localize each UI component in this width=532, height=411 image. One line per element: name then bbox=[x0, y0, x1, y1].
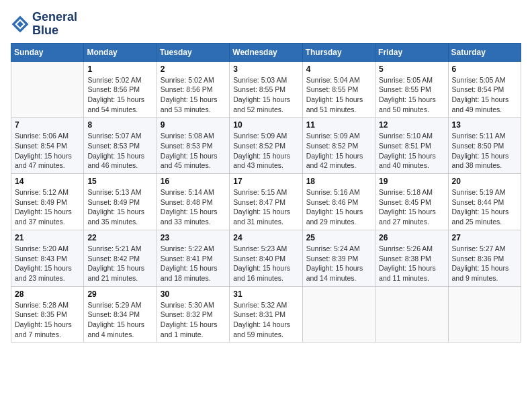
calendar-cell: 7Sunrise: 5:06 AM Sunset: 8:54 PM Daylig… bbox=[11, 118, 84, 174]
calendar-cell: 25Sunrise: 5:24 AM Sunset: 8:39 PM Dayli… bbox=[302, 230, 375, 286]
calendar-cell: 8Sunrise: 5:07 AM Sunset: 8:53 PM Daylig… bbox=[84, 118, 157, 174]
day-info: Sunrise: 5:24 AM Sunset: 8:39 PM Dayligh… bbox=[306, 244, 371, 283]
calendar-week-4: 21Sunrise: 5:20 AM Sunset: 8:43 PM Dayli… bbox=[11, 230, 521, 286]
day-header-thursday: Thursday bbox=[302, 43, 375, 61]
day-number: 10 bbox=[233, 120, 298, 130]
day-number: 7 bbox=[15, 120, 80, 130]
calendar-cell: 16Sunrise: 5:14 AM Sunset: 8:48 PM Dayli… bbox=[157, 174, 229, 230]
day-number: 18 bbox=[306, 177, 371, 186]
day-info: Sunrise: 5:18 AM Sunset: 8:45 PM Dayligh… bbox=[379, 187, 444, 227]
calendar-cell: 18Sunrise: 5:16 AM Sunset: 8:46 PM Dayli… bbox=[302, 174, 375, 230]
day-number: 2 bbox=[161, 64, 226, 74]
day-number: 30 bbox=[161, 289, 226, 299]
day-header-friday: Friday bbox=[375, 43, 448, 61]
calendar-cell: 24Sunrise: 5:23 AM Sunset: 8:40 PM Dayli… bbox=[230, 230, 302, 286]
day-header-sunday: Sunday bbox=[11, 43, 84, 61]
calendar-cell: 29Sunrise: 5:29 AM Sunset: 8:34 PM Dayli… bbox=[84, 286, 157, 342]
day-header-tuesday: Tuesday bbox=[157, 43, 229, 61]
day-number: 12 bbox=[379, 120, 444, 130]
day-number: 9 bbox=[161, 120, 226, 130]
calendar-cell: 30Sunrise: 5:30 AM Sunset: 8:32 PM Dayli… bbox=[157, 286, 229, 342]
day-number: 19 bbox=[379, 177, 444, 186]
day-info: Sunrise: 5:02 AM Sunset: 8:56 PM Dayligh… bbox=[161, 75, 226, 115]
calendar-cell: 27Sunrise: 5:27 AM Sunset: 8:36 PM Dayli… bbox=[448, 230, 521, 286]
day-info: Sunrise: 5:15 AM Sunset: 8:47 PM Dayligh… bbox=[233, 187, 298, 227]
calendar-cell: 13Sunrise: 5:11 AM Sunset: 8:50 PM Dayli… bbox=[448, 118, 521, 174]
day-info: Sunrise: 5:12 AM Sunset: 8:49 PM Dayligh… bbox=[15, 187, 80, 227]
day-info: Sunrise: 5:27 AM Sunset: 8:36 PM Dayligh… bbox=[452, 244, 517, 283]
day-info: Sunrise: 5:23 AM Sunset: 8:40 PM Dayligh… bbox=[233, 244, 298, 283]
calendar-cell: 6Sunrise: 5:05 AM Sunset: 8:54 PM Daylig… bbox=[448, 61, 521, 118]
day-info: Sunrise: 5:09 AM Sunset: 8:52 PM Dayligh… bbox=[233, 131, 298, 171]
day-info: Sunrise: 5:19 AM Sunset: 8:44 PM Dayligh… bbox=[452, 187, 517, 227]
day-info: Sunrise: 5:02 AM Sunset: 8:56 PM Dayligh… bbox=[87, 75, 152, 115]
day-number: 16 bbox=[161, 177, 226, 186]
day-info: Sunrise: 5:22 AM Sunset: 8:41 PM Dayligh… bbox=[161, 244, 226, 283]
calendar-cell bbox=[375, 286, 448, 342]
calendar-cell: 11Sunrise: 5:09 AM Sunset: 8:52 PM Dayli… bbox=[302, 118, 375, 174]
day-info: Sunrise: 5:11 AM Sunset: 8:50 PM Dayligh… bbox=[452, 131, 517, 171]
day-info: Sunrise: 5:21 AM Sunset: 8:42 PM Dayligh… bbox=[87, 244, 152, 283]
day-number: 28 bbox=[15, 289, 80, 299]
calendar-cell: 19Sunrise: 5:18 AM Sunset: 8:45 PM Dayli… bbox=[375, 174, 448, 230]
day-number: 4 bbox=[306, 64, 371, 74]
day-number: 3 bbox=[233, 64, 298, 74]
day-info: Sunrise: 5:06 AM Sunset: 8:54 PM Dayligh… bbox=[15, 131, 80, 171]
day-info: Sunrise: 5:08 AM Sunset: 8:53 PM Dayligh… bbox=[161, 131, 226, 171]
day-info: Sunrise: 5:16 AM Sunset: 8:46 PM Dayligh… bbox=[306, 187, 371, 227]
day-info: Sunrise: 5:28 AM Sunset: 8:35 PM Dayligh… bbox=[15, 300, 80, 340]
day-number: 14 bbox=[15, 177, 80, 186]
calendar-cell: 4Sunrise: 5:04 AM Sunset: 8:55 PM Daylig… bbox=[302, 61, 375, 118]
day-number: 8 bbox=[87, 120, 152, 130]
day-info: Sunrise: 5:04 AM Sunset: 8:55 PM Dayligh… bbox=[306, 75, 371, 115]
calendar-cell: 14Sunrise: 5:12 AM Sunset: 8:49 PM Dayli… bbox=[11, 174, 84, 230]
calendar-cell: 5Sunrise: 5:05 AM Sunset: 8:55 PM Daylig… bbox=[375, 61, 448, 118]
calendar-cell: 15Sunrise: 5:13 AM Sunset: 8:49 PM Dayli… bbox=[84, 174, 157, 230]
calendar-cell: 3Sunrise: 5:03 AM Sunset: 8:55 PM Daylig… bbox=[230, 61, 302, 118]
calendar-table: SundayMondayTuesdayWednesdayThursdayFrid… bbox=[11, 43, 521, 343]
day-number: 29 bbox=[87, 289, 152, 299]
day-info: Sunrise: 5:32 AM Sunset: 8:31 PM Dayligh… bbox=[233, 300, 298, 340]
calendar-cell: 26Sunrise: 5:26 AM Sunset: 8:38 PM Dayli… bbox=[375, 230, 448, 286]
day-info: Sunrise: 5:03 AM Sunset: 8:55 PM Dayligh… bbox=[233, 75, 298, 115]
day-number: 23 bbox=[161, 233, 226, 242]
day-info: Sunrise: 5:20 AM Sunset: 8:43 PM Dayligh… bbox=[15, 244, 80, 283]
day-info: Sunrise: 5:05 AM Sunset: 8:55 PM Dayligh… bbox=[379, 75, 444, 115]
logo-icon bbox=[11, 15, 30, 34]
day-number: 21 bbox=[15, 233, 80, 242]
day-number: 26 bbox=[379, 233, 444, 242]
calendar-cell: 10Sunrise: 5:09 AM Sunset: 8:52 PM Dayli… bbox=[230, 118, 302, 174]
day-info: Sunrise: 5:05 AM Sunset: 8:54 PM Dayligh… bbox=[452, 75, 517, 115]
day-number: 5 bbox=[379, 64, 444, 74]
calendar-cell: 22Sunrise: 5:21 AM Sunset: 8:42 PM Dayli… bbox=[84, 230, 157, 286]
calendar-week-1: 1Sunrise: 5:02 AM Sunset: 8:56 PM Daylig… bbox=[11, 61, 521, 118]
day-info: Sunrise: 5:10 AM Sunset: 8:51 PM Dayligh… bbox=[379, 131, 444, 171]
day-header-monday: Monday bbox=[84, 43, 157, 61]
day-info: Sunrise: 5:13 AM Sunset: 8:49 PM Dayligh… bbox=[87, 187, 152, 227]
calendar-cell: 21Sunrise: 5:20 AM Sunset: 8:43 PM Dayli… bbox=[11, 230, 84, 286]
day-info: Sunrise: 5:07 AM Sunset: 8:53 PM Dayligh… bbox=[87, 131, 152, 171]
day-number: 6 bbox=[452, 64, 517, 74]
day-number: 1 bbox=[87, 64, 152, 74]
day-number: 31 bbox=[233, 289, 298, 299]
day-number: 24 bbox=[233, 233, 298, 242]
calendar-cell: 17Sunrise: 5:15 AM Sunset: 8:47 PM Dayli… bbox=[230, 174, 302, 230]
day-number: 13 bbox=[452, 120, 517, 130]
day-number: 15 bbox=[87, 177, 152, 186]
day-number: 25 bbox=[306, 233, 371, 242]
calendar-cell: 1Sunrise: 5:02 AM Sunset: 8:56 PM Daylig… bbox=[84, 61, 157, 118]
day-number: 17 bbox=[233, 177, 298, 186]
day-number: 22 bbox=[87, 233, 152, 242]
calendar-week-3: 14Sunrise: 5:12 AM Sunset: 8:49 PM Dayli… bbox=[11, 174, 521, 230]
calendar-cell: 31Sunrise: 5:32 AM Sunset: 8:31 PM Dayli… bbox=[230, 286, 302, 342]
page-header: General Blue bbox=[11, 11, 521, 38]
logo: General Blue bbox=[11, 11, 77, 38]
day-number: 27 bbox=[452, 233, 517, 242]
day-info: Sunrise: 5:14 AM Sunset: 8:48 PM Dayligh… bbox=[161, 187, 226, 227]
calendar-week-2: 7Sunrise: 5:06 AM Sunset: 8:54 PM Daylig… bbox=[11, 118, 521, 174]
day-info: Sunrise: 5:29 AM Sunset: 8:34 PM Dayligh… bbox=[87, 300, 152, 340]
calendar-cell: 23Sunrise: 5:22 AM Sunset: 8:41 PM Dayli… bbox=[157, 230, 229, 286]
day-number: 11 bbox=[306, 120, 371, 130]
calendar-cell: 9Sunrise: 5:08 AM Sunset: 8:53 PM Daylig… bbox=[157, 118, 229, 174]
calendar-week-5: 28Sunrise: 5:28 AM Sunset: 8:35 PM Dayli… bbox=[11, 286, 521, 342]
